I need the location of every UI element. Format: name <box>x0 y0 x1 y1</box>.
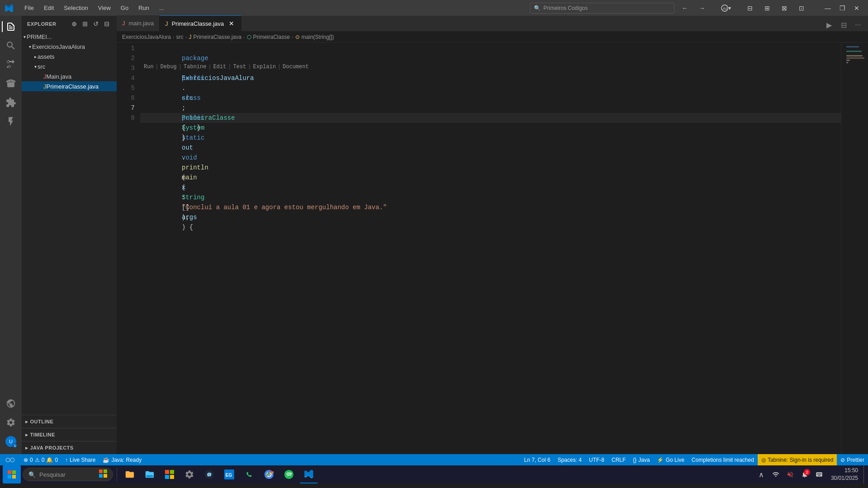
codelens-run[interactable]: Run <box>144 62 154 72</box>
timeline-header[interactable]: ▸ TIMELINE <box>22 428 117 441</box>
java-projects-header[interactable]: ▸ JAVA PROJECTS <box>22 441 117 454</box>
tree-folder-src[interactable]: ▾ src <box>22 61 117 71</box>
taskbar-app-chrome[interactable] <box>260 465 278 483</box>
tree-file-primeiraclasse[interactable]: J PrimeiraClasse.java <box>22 81 117 91</box>
clock[interactable]: 15:50 30/01/2025 <box>827 467 862 482</box>
tree-file-main[interactable]: J Main.java <box>22 71 117 81</box>
activity-settings-icon[interactable] <box>2 413 20 432</box>
tab-close-button[interactable]: ✕ <box>227 19 236 28</box>
tree-root[interactable]: ▾ PRIMEI... <box>22 32 117 42</box>
breadcrumb-method[interactable]: main(String[]) <box>302 34 334 40</box>
codelens: Run | Debug | Tabnine | Edit | Test | Ex… <box>144 62 309 72</box>
menu-selection[interactable]: Selection <box>59 3 92 13</box>
java-projects-chevron-icon: ▸ <box>25 445 28 451</box>
status-completions-item[interactable]: Completions limit reached <box>688 454 758 465</box>
run-button[interactable]: ▶ <box>823 19 835 31</box>
activity-test-icon[interactable] <box>2 113 20 131</box>
activity-account-icon[interactable]: U 1 <box>2 432 20 450</box>
menu-run[interactable]: Run <box>134 3 154 13</box>
status-prettier-item[interactable]: ⊘ Prettier <box>837 454 868 465</box>
codelens-debug[interactable]: Debug <box>160 62 177 72</box>
codelens-tabnine[interactable]: Tabnine <box>184 62 206 72</box>
layout-3-button[interactable]: ⊠ <box>778 3 791 14</box>
tray-hidden-expand[interactable]: ∧ <box>755 468 768 481</box>
nav-forward-button[interactable]: → <box>695 3 709 14</box>
taskbar-app-steam[interactable]: ST <box>200 465 218 483</box>
tab-main-java[interactable]: J main.java <box>117 15 160 31</box>
nav-back-button[interactable]: ← <box>678 3 692 14</box>
activity-source-control-icon[interactable] <box>2 56 20 74</box>
activity-extensions-icon[interactable] <box>2 94 20 112</box>
layout-4-button[interactable]: ⊡ <box>795 3 808 14</box>
status-live-share-item[interactable]: ↑ Live Share <box>61 454 99 465</box>
minimize-button[interactable]: — <box>821 3 835 14</box>
tray-volume-icon[interactable] <box>784 468 797 481</box>
tray-network-icon[interactable] <box>769 468 782 481</box>
menu-go[interactable]: Go <box>116 3 133 13</box>
status-encoding-item[interactable]: UTF-8 <box>585 454 608 465</box>
taskbar-app-explorer[interactable] <box>141 465 159 483</box>
tray-notifications[interactable]: 2 <box>798 468 811 481</box>
status-tabnine-item[interactable]: ◎ Tabnine: Sign-in is required <box>758 454 837 465</box>
taskbar-app-epic[interactable]: EG <box>220 465 238 483</box>
svg-rect-4 <box>8 475 11 479</box>
status-position-item[interactable]: Ln 7, Col 6 <box>520 454 554 465</box>
code-editor[interactable]: 1 2 3 4 5 6 7 8 Run | Debug | Tabnine | … <box>117 42 868 454</box>
codelens-document[interactable]: Document <box>283 62 309 72</box>
collapse-all-button[interactable]: ⊟ <box>102 19 111 28</box>
svg-rect-12 <box>165 475 169 479</box>
taskbar-app-files[interactable] <box>121 465 139 483</box>
breadcrumb-exercicios[interactable]: ExerciciosJavaAlura <box>122 34 171 40</box>
tree-folder-exercicios[interactable]: ▾ ExerciciosJavaAlura <box>22 42 117 52</box>
codelens-test[interactable]: Test <box>233 62 246 72</box>
status-errors-item[interactable]: ⊗ 0 ⚠ 0 🔔 0 <box>20 454 61 465</box>
activity-explorer-icon[interactable] <box>2 18 20 36</box>
taskbar-app-whatsapp[interactable] <box>240 465 258 483</box>
close-button[interactable]: ✕ <box>850 3 863 14</box>
more-actions-button[interactable]: ··· <box>852 19 864 31</box>
activity-extra-icon[interactable] <box>2 394 20 413</box>
status-spaces-item[interactable]: Spaces: 4 <box>554 454 585 465</box>
status-language-item[interactable]: {} Java <box>629 454 653 465</box>
code-line-5: public static void main ( String [] args… <box>140 93 841 103</box>
codelens-edit[interactable]: Edit <box>213 62 226 72</box>
layout-1-button[interactable]: ⊟ <box>743 3 757 14</box>
status-line-ending-item[interactable]: CRLF <box>608 454 629 465</box>
activity-search-icon[interactable] <box>2 37 20 55</box>
taskbar-search[interactable]: 🔍 Pesquisar <box>23 468 113 481</box>
new-folder-button[interactable]: ⊞ <box>80 19 90 28</box>
menu-view[interactable]: View <box>94 3 115 13</box>
menu-more[interactable]: ... <box>155 3 169 13</box>
codelens-explain[interactable]: Explain <box>253 62 276 72</box>
refresh-button[interactable]: ↺ <box>91 19 100 28</box>
tray-keyboard-icon[interactable] <box>813 468 826 481</box>
tree-folder-assets[interactable]: ▸ assets <box>22 52 117 61</box>
taskbar-app-spotify[interactable] <box>280 465 298 483</box>
search-bar[interactable]: 🔍 Primeiros Codigos <box>530 3 675 14</box>
show-desktop-button[interactable] <box>863 465 865 483</box>
breadcrumb-src[interactable]: src <box>176 34 184 40</box>
maximize-button[interactable]: ❐ <box>835 3 849 14</box>
taskbar-app-store[interactable] <box>160 465 179 483</box>
split-editor-button[interactable]: ⊟ <box>837 19 850 31</box>
breadcrumb-file[interactable]: PrimeiraClasse.java <box>193 34 241 40</box>
menu-edit[interactable]: Edit <box>39 3 58 13</box>
tab-primeiraclasse-java[interactable]: J PrimeiraClasse.java ✕ <box>160 15 241 31</box>
activity-debug-icon[interactable] <box>2 75 20 93</box>
live-share-label: Live Share <box>70 457 95 463</box>
layout-2-button[interactable]: ⊞ <box>760 3 774 14</box>
svg-rect-2 <box>8 470 11 474</box>
search-icon: 🔍 <box>534 5 541 11</box>
taskbar-app-settings[interactable] <box>180 465 198 483</box>
ai-button[interactable]: AI ▾ <box>712 3 740 14</box>
outline-header[interactable]: ▸ OUTLINE <box>22 415 117 428</box>
code-content[interactable]: Run | Debug | Tabnine | Edit | Test | Ex… <box>140 42 841 454</box>
status-java-ready-item[interactable]: ☕ Java: Ready <box>99 454 145 465</box>
status-go-live-item[interactable]: ⚡ Go Live <box>653 454 688 465</box>
start-button[interactable] <box>3 465 21 483</box>
breadcrumb-class[interactable]: PrimeiraClasse <box>253 34 290 40</box>
new-file-button[interactable]: ⊕ <box>70 19 79 28</box>
status-remote-item[interactable]: ⬡⬡ <box>0 454 20 465</box>
taskbar-app-vscode[interactable] <box>300 465 318 483</box>
menu-file[interactable]: File <box>20 3 38 13</box>
